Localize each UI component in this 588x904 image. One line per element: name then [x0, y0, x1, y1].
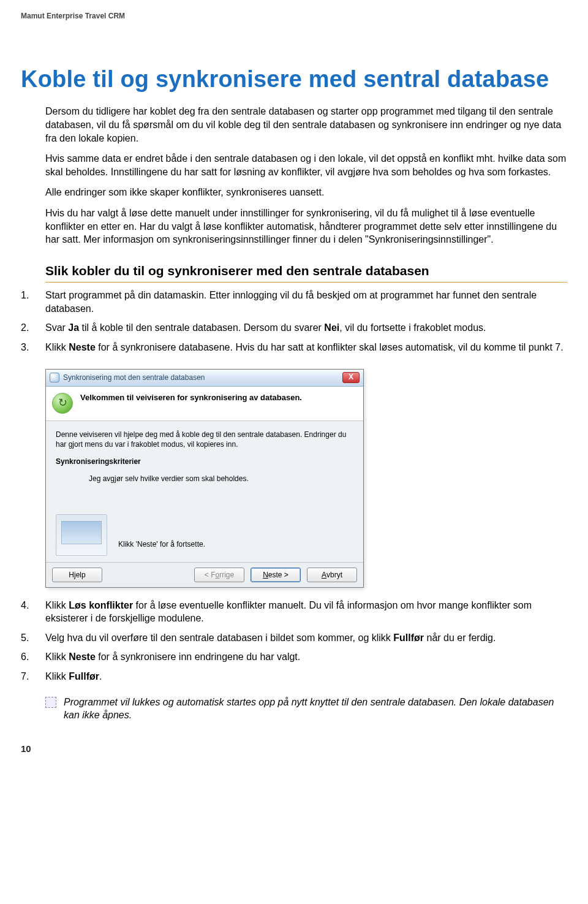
dialog-banner: ↻ Velkommen til veiviseren for synkronis… [46, 387, 363, 421]
procedure-heading: Slik kobler du til og synkroniserer med … [45, 262, 567, 283]
dialog-continue-hint: Klikk 'Neste' for å fortsette. [118, 539, 205, 549]
step-1-text: Start programmet på din datamaskin. Ette… [45, 290, 537, 314]
step-6-text: Klikk Neste for å synkronisere inn endri… [45, 651, 300, 662]
tip-note: Programmet vil lukkes og automatisk star… [45, 696, 567, 722]
procedure-list-b: Klikk Løs konflikter for å løse eventuel… [21, 599, 567, 689]
sync-icon: ↻ [52, 393, 73, 414]
step-6: Klikk Neste for å synkronisere inn endri… [21, 650, 567, 670]
next-button[interactable]: Neste > [251, 568, 301, 582]
dialog-titlebar: Synkronisering mot den sentrale database… [46, 370, 363, 387]
step-1: Start programmet på din datamaskin. Ette… [21, 289, 567, 321]
screenshot-dialog: Synkronisering mot den sentrale database… [45, 369, 567, 588]
intro-para-1: Dersom du tidligere har koblet deg fra d… [45, 105, 567, 145]
dialog-illustration [56, 514, 107, 556]
step-4-text: Klikk Løs konflikter for å løse eventuel… [45, 600, 532, 624]
page-number: 10 [21, 743, 567, 755]
intro-para-3: Alle endringer som ikke skaper konflikte… [45, 186, 567, 199]
back-button[interactable]: < Forrige [194, 568, 244, 582]
procedure-list-a: Start programmet på din datamaskin. Ette… [21, 289, 567, 360]
step-5-text: Velg hva du vil overføre til den sentral… [45, 632, 496, 643]
step-5: Velg hva du vil overføre til den sentral… [21, 631, 567, 651]
step-7-text: Klikk Fullfør. [45, 671, 102, 682]
step-2: Svar Ja til å koble til den sentrale dat… [21, 321, 567, 341]
dialog-intro-text: Denne veiviseren vil hjelpe deg med å ko… [56, 430, 353, 449]
tip-icon [45, 697, 56, 708]
tip-text: Programmet vil lukkes og automatisk star… [64, 697, 554, 721]
help-button[interactable]: Hjelp [52, 568, 102, 582]
step-7: Klikk Fullfør. [21, 670, 567, 689]
dialog-app-icon [50, 373, 59, 382]
intro-para-2: Hvis samme data er endret både i den sen… [45, 152, 567, 178]
dialog-body: Denne veiviseren vil hjelpe deg med å ko… [46, 421, 363, 562]
dialog-criteria-label: Synkroniseringskriterier [56, 457, 353, 466]
step-2-text: Svar Ja til å koble til den sentrale dat… [45, 322, 486, 333]
dialog-button-row: Hjelp < Forrige Neste > Avbryt [46, 562, 363, 587]
page-title: Koble til og synkronisere med sentral da… [21, 64, 567, 95]
cancel-button[interactable]: Avbryt [307, 568, 357, 582]
dialog-banner-title: Velkommen til veiviseren for synkroniser… [80, 393, 356, 403]
step-3-text: Klikk Neste for å synkronisere databasen… [45, 342, 564, 352]
step-4: Klikk Løs konflikter for å løse eventuel… [21, 599, 567, 631]
page-header: Mamut Enterprise Travel CRM [21, 11, 567, 21]
close-icon[interactable]: X [342, 372, 360, 383]
step-3: Klikk Neste for å synkronisere databasen… [21, 341, 567, 360]
intro-para-4: Hvis du har valgt å løse dette manuelt u… [45, 207, 567, 246]
dialog-title-text: Synkronisering mot den sentrale database… [63, 373, 342, 382]
sync-wizard-dialog: Synkronisering mot den sentrale database… [45, 369, 364, 588]
dialog-criteria-value: Jeg avgjør selv hvilke verdier som skal … [56, 474, 353, 484]
